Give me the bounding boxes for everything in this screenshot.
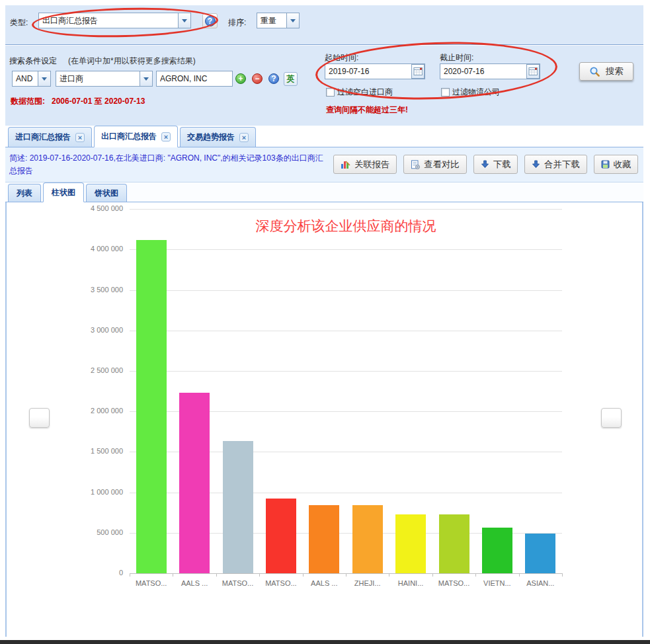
report-type-dropdown-button[interactable]	[178, 13, 191, 28]
favorite-button[interactable]: 收藏	[594, 155, 639, 174]
report-tab[interactable]: 进口商汇总报告×	[8, 127, 92, 147]
bar[interactable]	[266, 499, 296, 573]
keyword-input[interactable]	[156, 71, 233, 87]
gridline	[130, 371, 562, 372]
filter-logistics-checkbox[interactable]	[441, 88, 450, 97]
download-button[interactable]: 下载	[473, 155, 518, 174]
button-label: 收藏	[614, 159, 631, 171]
calendar-icon	[413, 67, 423, 76]
button-label: 关联报告	[354, 159, 389, 171]
x-axis-tick	[173, 573, 173, 577]
y-axis-tick-label: 3 500 000	[30, 286, 123, 294]
related-report-button[interactable]: 关联报告	[333, 155, 397, 174]
tab-close-icon[interactable]: ×	[239, 133, 249, 142]
search-field-dropdown-button[interactable]	[140, 71, 153, 87]
view-tab-label: 列表	[17, 188, 32, 199]
type-label: 类型:	[10, 17, 28, 28]
end-date-input[interactable]	[440, 63, 540, 79]
bar[interactable]	[223, 441, 253, 573]
search-field-select[interactable]: 进口商	[56, 71, 140, 87]
x-axis-tick	[259, 573, 260, 577]
view-tab[interactable]: 饼状图	[86, 184, 127, 202]
y-axis-tick-label: 1 500 000	[30, 447, 123, 455]
x-axis-tick	[130, 573, 130, 577]
y-axis-tick-label: 0	[30, 569, 123, 577]
gridline	[130, 331, 562, 331]
summary-buttons: 关联报告查看对比下载合并下载收藏	[333, 155, 638, 174]
end-date-calendar-button[interactable]	[526, 64, 540, 79]
x-axis-category-label: ASIAN...	[519, 579, 561, 587]
start-date-label: 起始时间:	[325, 52, 358, 63]
y-axis-tick-label: 1 000 000	[30, 488, 123, 496]
search-button-label: 搜索	[606, 65, 624, 77]
x-axis-tick	[303, 573, 304, 577]
report-tab[interactable]: 交易趋势报告×	[180, 127, 256, 147]
app-window: 类型: 出口商汇总报告 ? 排序: 重量 搜索条件设定 (在单词中加*用以获得更…	[0, 0, 650, 644]
x-axis-tick	[519, 573, 520, 577]
y-axis-tick-label: 2 500 000	[30, 366, 123, 374]
report-type-select[interactable]: 出口商汇总报告	[38, 13, 179, 28]
view-tab[interactable]: 柱状图	[43, 182, 84, 202]
chart-title: 深度分析该企业供应商的情况	[130, 217, 562, 235]
report-type-value: 出口商汇总报告	[42, 15, 98, 26]
summary-text: 简述: 2019-07-16-2020-07-16,在北美进口商: "AGRON…	[9, 152, 329, 177]
tab-close-icon[interactable]: ×	[75, 133, 85, 142]
report-tabs: 进口商汇总报告×出口商汇总报告×交易趋势报告×	[5, 126, 643, 147]
bar[interactable]	[309, 505, 339, 573]
y-axis-tick-label: 4 000 000	[30, 245, 123, 253]
remove-condition-button[interactable]: −	[252, 73, 263, 84]
tab-close-icon[interactable]: ×	[161, 132, 171, 141]
gridline	[130, 209, 562, 210]
bar[interactable]	[482, 528, 512, 573]
search-button[interactable]: 搜索	[579, 62, 633, 81]
x-axis-tick	[475, 573, 476, 577]
help-icon: ?	[205, 16, 216, 26]
search-hint: (在单词中加*用以获得更多搜索结果)	[68, 56, 196, 67]
view-tab-label: 饼状图	[95, 188, 118, 199]
bar[interactable]	[352, 505, 383, 573]
view-compare-button[interactable]: 查看对比	[403, 155, 466, 174]
boolean-operator-select[interactable]: AND	[12, 71, 38, 87]
x-axis-category-label: MATSO...	[433, 579, 475, 587]
x-axis-category-label: MATSO...	[260, 579, 302, 587]
sort-dropdown-button[interactable]	[286, 13, 300, 28]
sort-select[interactable]: 重量	[257, 13, 287, 28]
add-condition-button[interactable]: +	[235, 73, 246, 84]
bar[interactable]	[136, 240, 167, 573]
x-axis-category-label: ZHEJI...	[346, 579, 389, 587]
x-axis-category-label: AALS ...	[173, 579, 216, 587]
type-help-button[interactable]: ?	[202, 13, 218, 28]
type-toolbar: 类型: 出口商汇总报告 ? 排序: 重量	[5, 5, 643, 45]
report-tab[interactable]: 出口商汇总报告×	[94, 126, 178, 147]
x-axis-tick	[562, 573, 563, 577]
start-date-input[interactable]	[325, 63, 425, 79]
bar[interactable]	[395, 514, 426, 573]
gridline	[130, 249, 562, 250]
compare-icon	[411, 160, 420, 169]
boolean-operator-dropdown-button[interactable]	[38, 71, 51, 87]
english-toggle-button[interactable]: 英	[284, 72, 298, 86]
view-tab-label: 柱状图	[52, 187, 75, 198]
sort-label: 排序:	[228, 17, 246, 28]
bottom-edge-bar	[0, 640, 650, 644]
bar[interactable]	[525, 534, 555, 573]
summary-bar: 简述: 2019-07-16-2020-07-16,在北美进口商: "AGRON…	[5, 147, 643, 182]
x-axis-tick	[216, 573, 217, 577]
filter-blank-importer-checkbox[interactable]	[326, 88, 335, 97]
bar[interactable]	[179, 393, 210, 573]
button-label: 下载	[493, 159, 511, 171]
scroll-right-button[interactable]	[601, 408, 622, 428]
date-range-warning: 查询间隔不能超过三年!	[326, 104, 408, 116]
condition-help-button[interactable]: ?	[268, 73, 279, 84]
view-tab[interactable]: 列表	[8, 184, 41, 202]
chevron-down-icon	[182, 19, 187, 22]
start-date-calendar-button[interactable]	[411, 64, 425, 79]
boolean-operator-value: AND	[16, 74, 32, 83]
merge-download-button[interactable]: 合并下载	[524, 155, 587, 174]
view-tabs: 列表柱状图饼状图	[5, 182, 643, 202]
bar-chart-panel: 深度分析该企业供应商的情况 0500 0001 000 0001 500 000…	[5, 202, 643, 637]
scroll-left-button[interactable]	[29, 408, 50, 428]
end-date-label: 截止时间:	[440, 52, 473, 63]
bar[interactable]	[439, 514, 469, 573]
sort-value: 重量	[261, 15, 276, 26]
